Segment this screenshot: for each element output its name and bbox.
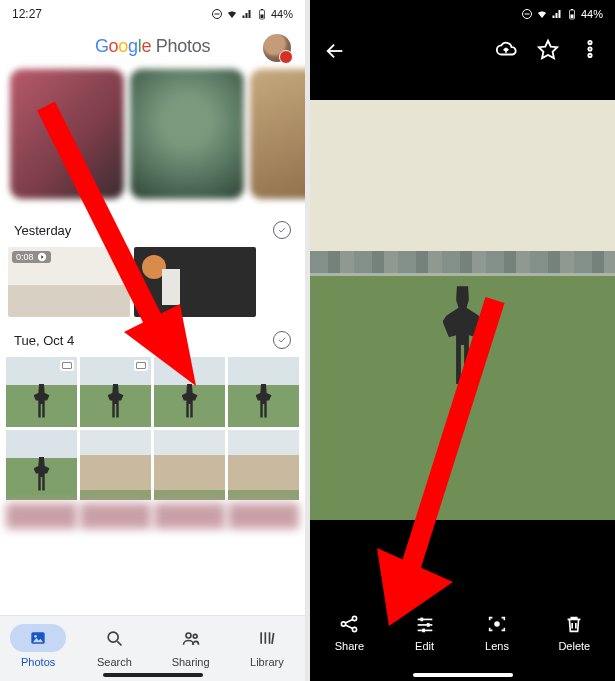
- viewer-top-bar: [310, 28, 615, 70]
- more-options-button[interactable]: [579, 38, 601, 64]
- svg-point-24: [353, 616, 357, 620]
- dnd-icon: [211, 8, 223, 20]
- favorite-button[interactable]: [537, 38, 559, 64]
- signal-icon: [551, 8, 563, 20]
- status-battery-pct: 44%: [271, 8, 293, 20]
- bottom-nav: Photos Search Sharing Library: [0, 615, 305, 681]
- photo-thumbnail[interactable]: [154, 357, 225, 427]
- nav-tab-sharing[interactable]: Sharing: [163, 624, 219, 668]
- select-day-toggle[interactable]: [273, 221, 291, 239]
- account-avatar[interactable]: [263, 34, 291, 62]
- svg-rect-33: [422, 629, 425, 633]
- edit-button[interactable]: Edit: [414, 613, 436, 652]
- photo-thumbnail[interactable]: [6, 503, 77, 529]
- phone-screen-library: 12:27 44% Google Photos: [0, 0, 305, 681]
- photo-thumbnail[interactable]: [260, 247, 297, 317]
- photo-thumbnail[interactable]: [80, 503, 151, 529]
- svg-point-34: [494, 621, 500, 627]
- thumb-row: 0:08: [0, 247, 305, 321]
- select-day-toggle[interactable]: [273, 331, 291, 349]
- trash-icon: [563, 613, 585, 635]
- google-photos-logo: Google Photos: [95, 36, 210, 57]
- photo-thumbnail[interactable]: [228, 357, 299, 427]
- battery-icon: [256, 8, 268, 20]
- photo-thumbnail[interactable]: [154, 503, 225, 529]
- signal-icon: [241, 8, 253, 20]
- cloud-backup-button[interactable]: [495, 38, 517, 64]
- viewer-bottom-bar: Share Edit Lens Delete: [310, 603, 615, 681]
- svg-marker-19: [539, 41, 557, 58]
- memory-card[interactable]: [130, 69, 244, 199]
- nav-label: Library: [250, 656, 284, 668]
- svg-point-22: [588, 54, 591, 57]
- svg-rect-16: [570, 15, 573, 19]
- svg-rect-31: [420, 618, 423, 622]
- memories-carousel[interactable]: [0, 69, 305, 211]
- nav-label: Sharing: [172, 656, 210, 668]
- video-thumbnail[interactable]: 0:08: [8, 247, 130, 317]
- home-indicator[interactable]: [413, 673, 513, 677]
- video-duration-badge: 0:08: [12, 251, 51, 263]
- svg-line-27: [346, 625, 353, 629]
- svg-rect-3: [260, 15, 263, 19]
- memory-card[interactable]: [250, 69, 305, 199]
- photo-thumbnail[interactable]: [134, 247, 256, 317]
- photo-thumbnail[interactable]: [80, 430, 151, 500]
- delete-button[interactable]: Delete: [558, 613, 590, 652]
- app-header: Google Photos: [0, 28, 305, 69]
- nav-label: Search: [97, 656, 132, 668]
- section-label: Tue, Oct 4: [14, 333, 74, 348]
- svg-point-21: [588, 47, 591, 50]
- status-icons: 44%: [521, 8, 603, 20]
- search-icon: [104, 628, 124, 648]
- phone-screen-viewer: 44% S: [310, 0, 615, 681]
- share-icon: [338, 613, 360, 635]
- lens-button[interactable]: Lens: [485, 613, 509, 652]
- svg-point-12: [193, 634, 197, 638]
- status-bar: 12:27 44%: [0, 0, 305, 28]
- photo-thumbnail[interactable]: [6, 430, 77, 500]
- photo-thumbnail[interactable]: [6, 357, 77, 427]
- lens-icon: [486, 613, 508, 635]
- svg-point-9: [109, 632, 119, 642]
- action-label: Delete: [558, 640, 590, 652]
- wifi-icon: [536, 8, 548, 20]
- status-bar: 44%: [310, 0, 615, 28]
- action-label: Share: [335, 640, 364, 652]
- photo-thumbnail[interactable]: [228, 503, 299, 529]
- svg-point-23: [342, 622, 346, 626]
- status-time: 12:27: [12, 7, 42, 21]
- sliders-icon: [414, 613, 436, 635]
- svg-rect-4: [261, 9, 263, 10]
- memory-card[interactable]: [10, 69, 124, 199]
- photo-thumbnail[interactable]: [154, 430, 225, 500]
- photo-thumbnail[interactable]: [228, 430, 299, 500]
- photo-thumbnail[interactable]: [80, 357, 151, 427]
- library-icon: [257, 628, 277, 648]
- motion-photo-badge-icon: [134, 360, 148, 371]
- svg-rect-17: [571, 9, 573, 10]
- photo-content: [310, 251, 615, 273]
- people-icon: [181, 628, 201, 648]
- home-indicator[interactable]: [103, 673, 203, 677]
- action-label: Lens: [485, 640, 509, 652]
- photo-row-partial: [0, 500, 305, 529]
- svg-line-10: [118, 641, 122, 645]
- back-button[interactable]: [324, 40, 346, 62]
- action-label: Edit: [415, 640, 434, 652]
- nav-tab-library[interactable]: Library: [239, 624, 295, 668]
- section-header-yesterday: Yesterday: [0, 211, 305, 247]
- section-label: Yesterday: [14, 223, 71, 238]
- svg-point-25: [353, 627, 357, 631]
- nav-tab-search[interactable]: Search: [86, 624, 142, 668]
- photo-grid: [0, 357, 305, 500]
- photo-viewport[interactable]: [310, 100, 615, 520]
- section-header-tue: Tue, Oct 4: [0, 321, 305, 357]
- battery-icon: [566, 8, 578, 20]
- svg-rect-32: [426, 623, 429, 627]
- nav-tab-photos[interactable]: Photos: [10, 624, 66, 668]
- photo-icon: [28, 628, 48, 648]
- share-button[interactable]: Share: [335, 613, 364, 652]
- svg-point-8: [34, 635, 37, 638]
- status-battery-pct: 44%: [581, 8, 603, 20]
